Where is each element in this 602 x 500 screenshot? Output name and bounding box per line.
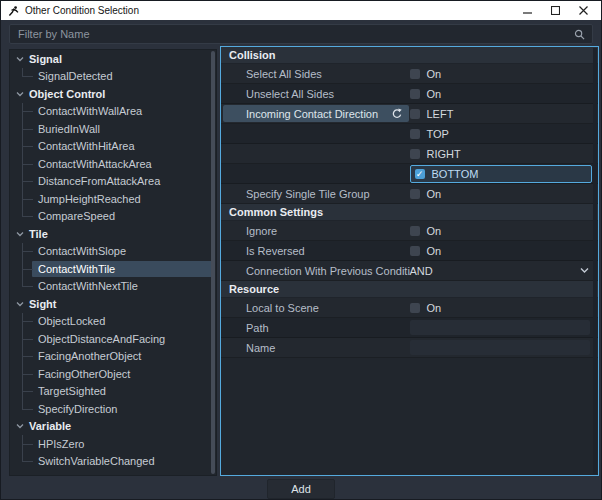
property-row-path: Path: [221, 318, 598, 338]
minimize-button[interactable]: [513, 1, 541, 20]
focused-value-cell: ✓ BOTTOM: [410, 165, 593, 183]
tree-item[interactable]: ContactWithWallArea: [10, 103, 216, 121]
close-icon: [579, 6, 588, 15]
close-button[interactable]: [569, 1, 597, 20]
tree-item[interactable]: JumpHeightReached: [10, 190, 216, 208]
checkbox-unchecked[interactable]: [410, 149, 420, 159]
property-row-direction-bottom: ✓ BOTTOM: [221, 164, 598, 184]
filter-input[interactable]: [10, 28, 574, 40]
highlighted-property-label[interactable]: Incoming Contact Direction: [223, 105, 409, 122]
checkbox-unchecked[interactable]: [410, 189, 420, 199]
tree-section-object-control[interactable]: Object Control: [10, 85, 216, 103]
app-runner-icon: [8, 5, 19, 17]
tree-section-signal[interactable]: Signal: [10, 50, 216, 68]
titlebar: Other Condition Selection: [1, 1, 601, 20]
maximize-button[interactable]: [541, 1, 569, 20]
checkbox-checked[interactable]: ✓: [415, 169, 425, 179]
name-field[interactable]: [410, 340, 591, 355]
checkbox-unchecked[interactable]: [410, 109, 420, 119]
chevron-down-icon: [16, 300, 24, 308]
tree-item[interactable]: ContactWithNextTile: [10, 278, 216, 296]
tree-item[interactable]: SwitchVariableChanged: [10, 453, 216, 471]
checkbox-unchecked[interactable]: [410, 69, 420, 79]
tree-item[interactable]: ContactWithAttackArea: [10, 155, 216, 173]
minimize-icon: [523, 6, 532, 15]
checkbox-unchecked[interactable]: [410, 246, 420, 256]
property-row-select-all-sides: Select All Sides On: [221, 64, 598, 84]
revert-icon[interactable]: [391, 108, 403, 120]
tree-item-selected[interactable]: ContactWithTile: [10, 260, 216, 278]
dialog-window: Other Condition Selection Signal SignalD…: [0, 0, 602, 500]
tree-item[interactable]: FacingOtherObject: [10, 365, 216, 383]
tree-item[interactable]: ObjectLocked: [10, 313, 216, 331]
section-header-common-settings: Common Settings: [221, 204, 598, 221]
tree-section-sight[interactable]: Sight: [10, 295, 216, 313]
tree-item[interactable]: SignalDetected: [10, 68, 216, 86]
property-row-connection-with-previous-condition: Connection With Previous Condition AND: [221, 261, 598, 281]
tree-section-tile[interactable]: Tile: [10, 225, 216, 243]
property-row-ignore: Ignore On: [221, 221, 598, 241]
checkbox-unchecked[interactable]: [410, 303, 420, 313]
section-header-collision: Collision: [221, 47, 598, 64]
tree-item[interactable]: DistanceFromAttackArea: [10, 173, 216, 191]
chevron-down-icon: [16, 230, 24, 238]
property-row-direction-top: TOP: [221, 124, 598, 144]
tree-scrollbar[interactable]: [211, 51, 215, 474]
checkbox-unchecked[interactable]: [410, 129, 420, 139]
section-header-resource: Resource: [221, 281, 598, 298]
filter-bar: [9, 24, 593, 44]
property-row-is-reversed: Is Reversed On: [221, 241, 598, 261]
chevron-down-icon: [580, 267, 589, 274]
property-row-incoming-contact-direction: Incoming Contact Direction LEFT: [221, 104, 598, 124]
tree-section-variable[interactable]: Variable: [10, 418, 216, 436]
tree-item[interactable]: ContactWithHitArea: [10, 138, 216, 156]
chevron-down-icon: [16, 422, 24, 430]
chevron-down-icon: [16, 55, 24, 63]
chevron-down-icon: [16, 90, 24, 98]
tree-item[interactable]: SpecifyDirection: [10, 400, 216, 418]
add-button[interactable]: Add: [267, 479, 335, 499]
tree-item[interactable]: HPIsZero: [10, 435, 216, 453]
tree-item[interactable]: CompareSpeed: [10, 208, 216, 226]
tree-item[interactable]: FacingAnotherObject: [10, 348, 216, 366]
property-row-local-to-scene: Local to Scene On: [221, 298, 598, 318]
condition-tree: Signal SignalDetected Object Control Con…: [9, 49, 217, 476]
connection-dropdown[interactable]: AND: [410, 261, 599, 280]
search-icon: [574, 29, 585, 40]
tree-item[interactable]: BuriedInWall: [10, 120, 216, 138]
property-row-unselect-all-sides: Unselect All Sides On: [221, 84, 598, 104]
tree-item[interactable]: TargetSighted: [10, 383, 216, 401]
dialog-content: Signal SignalDetected Object Control Con…: [2, 20, 600, 498]
inspector-scrollbar[interactable]: [593, 48, 597, 474]
property-row-specify-single-tile-group: Specify Single Tile Group On: [221, 184, 598, 204]
maximize-icon: [551, 6, 560, 15]
tree-item[interactable]: ObjectDistanceAndFacing: [10, 330, 216, 348]
checkbox-unchecked[interactable]: [410, 89, 420, 99]
property-inspector: Collision Select All Sides On Unselect A…: [220, 46, 599, 476]
path-field[interactable]: [410, 320, 591, 335]
property-row-name: Name: [221, 338, 598, 358]
tree-item[interactable]: ContactWithSlope: [10, 243, 216, 261]
window-title: Other Condition Selection: [25, 5, 513, 16]
property-row-direction-right: RIGHT: [221, 144, 598, 164]
checkbox-unchecked[interactable]: [410, 226, 420, 236]
